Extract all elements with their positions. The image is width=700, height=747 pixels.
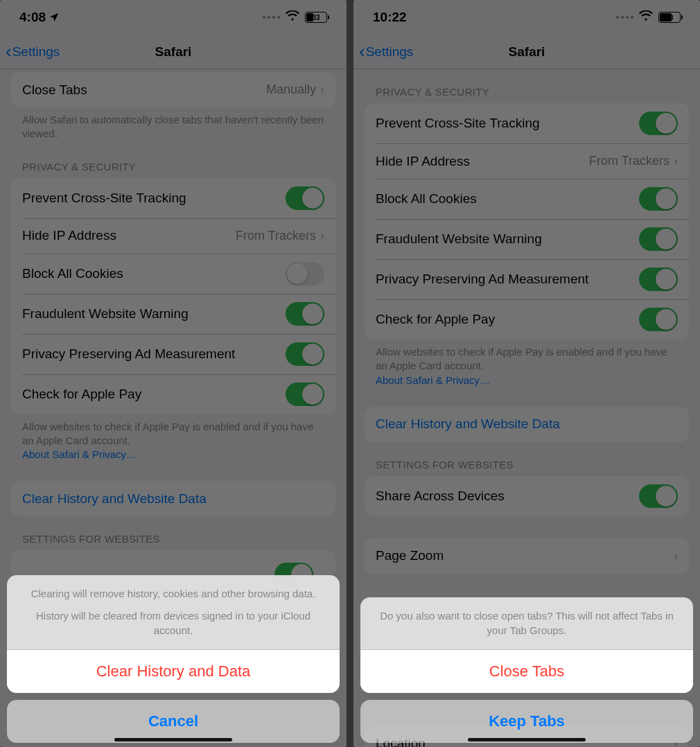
ppam-label: Privacy Preserving Ad Measurement [22,346,286,362]
hide-ip-value: From Trackers [589,154,670,168]
apple-pay-label: Check for Apple Pay [22,387,286,402]
hide-ip-value: From Trackers [236,229,316,243]
fraud-row[interactable]: Fraudulent Website Warning [11,294,335,334]
battery-percent: 33 [306,12,326,22]
prevent-tracking-row[interactable]: Prevent Cross-Site Tracking [365,103,689,143]
cancel-button[interactable]: Cancel [7,700,340,743]
share-devices-row[interactable]: Share Across Devices [365,476,689,516]
privacy-footer-text: Allow websites to check if Apple Pay is … [22,421,313,446]
clear-history-row[interactable]: Clear History and Website Data [11,481,335,516]
apple-pay-switch[interactable] [639,308,678,331]
clear-history-row[interactable]: Clear History and Website Data [365,407,689,442]
block-cookies-row[interactable]: Block All Cookies [11,254,335,294]
apple-pay-row[interactable]: Check for Apple Pay [365,299,689,340]
home-indicator[interactable] [468,738,586,741]
sheet-msg-text: Do you also want to close open tabs? Thi… [380,610,674,637]
block-cookies-label: Block All Cookies [376,191,639,206]
home-indicator[interactable] [114,738,232,741]
share-switch[interactable] [639,484,678,508]
chevron-right-icon: › [320,229,324,243]
privacy-footer-text: Allow websites to check if Apple Pay is … [376,346,667,371]
close-tabs-label: Close Tabs [22,82,266,98]
prevent-label: Prevent Cross-Site Tracking [22,191,286,206]
cellular-icon [616,16,633,19]
ppam-row[interactable]: Privacy Preserving Ad Measurement [11,334,335,374]
phone-left: 4:08 33 ‹ Settings Safari [0,0,347,747]
privacy-link[interactable]: About Safari & Privacy… [22,448,137,460]
battery-percent: 60 [659,12,680,22]
action-sheet: Clearing will remove history, cookies an… [7,575,340,743]
apple-pay-switch[interactable] [286,383,324,406]
block-cookies-switch[interactable] [286,262,324,285]
sheet-message: Clearing will remove history, cookies an… [7,575,340,650]
ppam-switch[interactable] [286,342,324,366]
fraud-label: Fraudulent Website Warning [22,306,286,322]
clear-history-label: Clear History and Website Data [22,491,207,507]
battery-icon: 60 [658,12,681,23]
close-tabs-row[interactable]: Close Tabs Manually › [11,72,335,107]
nav-bar: ‹ Settings Safari [353,35,700,69]
block-cookies-label: Block All Cookies [22,266,286,281]
privacy-header: Privacy & Security [0,144,347,178]
close-tabs-footer: Allow Safari to automatically close tabs… [0,107,347,144]
share-label: Share Across Devices [376,489,639,504]
fraud-switch[interactable] [286,302,324,326]
fraud-row[interactable]: Fraudulent Website Warning [365,219,689,259]
wifi-icon [639,10,653,25]
clear-history-label: Clear History and Website Data [376,416,560,432]
page-zoom-row[interactable]: Page Zoom › [365,538,689,574]
status-bar: 10:22 60 [353,0,700,35]
hide-ip-label: Hide IP Address [376,154,589,169]
apple-pay-label: Check for Apple Pay [376,312,639,327]
close-tabs-button[interactable]: Close Tabs [360,650,693,693]
cancel-label: Cancel [148,712,198,730]
fraud-label: Fraudulent Website Warning [376,231,639,247]
page-zoom-label: Page Zoom [376,548,674,563]
prevent-switch[interactable] [639,112,678,135]
block-cookies-row[interactable]: Block All Cookies [365,179,689,219]
sheet-message: Do you also want to close open tabs? Thi… [360,597,693,651]
hide-ip-row[interactable]: Hide IP Address From Trackers › [365,143,689,179]
keep-tabs-button[interactable]: Keep Tabs [360,700,693,743]
websites-header: Settings for Websites [0,516,347,550]
ppam-row[interactable]: Privacy Preserving Ad Measurement [365,259,689,299]
status-time: 4:08 [19,10,46,25]
sheet-msg-line2: History will be cleared from devices sig… [21,608,326,639]
keep-tabs-label: Keep Tabs [489,712,565,730]
back-button[interactable]: ‹ Settings [359,41,413,62]
chevron-left-icon: ‹ [359,41,365,62]
chevron-right-icon: › [674,549,678,563]
prevent-tracking-row[interactable]: Prevent Cross-Site Tracking [11,178,335,218]
action-sheet: Do you also want to close open tabs? Thi… [360,597,693,744]
privacy-link[interactable]: About Safari & Privacy… [376,374,490,386]
clear-history-and-data-button[interactable]: Clear History and Data [7,650,340,693]
chevron-left-icon: ‹ [6,41,12,62]
back-label: Settings [366,44,414,60]
sheet-msg-line1: Clearing will remove history, cookies an… [21,586,326,601]
phone-right: 10:22 60 ‹ Settings Safari Privacy & Sec… [353,0,700,747]
hide-ip-row[interactable]: Hide IP Address From Trackers › [11,218,335,254]
status-time: 10:22 [373,10,407,25]
cellular-icon [263,16,280,19]
apple-pay-row[interactable]: Check for Apple Pay [11,374,335,414]
wifi-icon [286,10,299,25]
ppam-label: Privacy Preserving Ad Measurement [376,272,639,287]
close-tabs-label: Close Tabs [489,662,564,680]
ppam-switch[interactable] [639,267,678,291]
prevent-label: Prevent Cross-Site Tracking [376,116,639,131]
close-tabs-value: Manually [266,82,316,97]
battery-icon: 33 [305,12,327,23]
location-icon [49,12,60,23]
chevron-right-icon: › [320,82,324,97]
block-cookies-switch[interactable] [639,187,678,211]
nav-bar: ‹ Settings Safari [0,35,347,69]
fraud-switch[interactable] [639,227,678,251]
status-bar: 4:08 33 [0,0,347,35]
back-label: Settings [12,44,60,60]
privacy-footer: Allow websites to check if Apple Pay is … [353,340,700,390]
prevent-switch[interactable] [286,186,324,210]
hide-ip-label: Hide IP Address [22,228,236,243]
clear-btn-label: Clear History and Data [96,662,251,680]
back-button[interactable]: ‹ Settings [6,41,60,62]
privacy-header: Privacy & Security [353,69,700,103]
